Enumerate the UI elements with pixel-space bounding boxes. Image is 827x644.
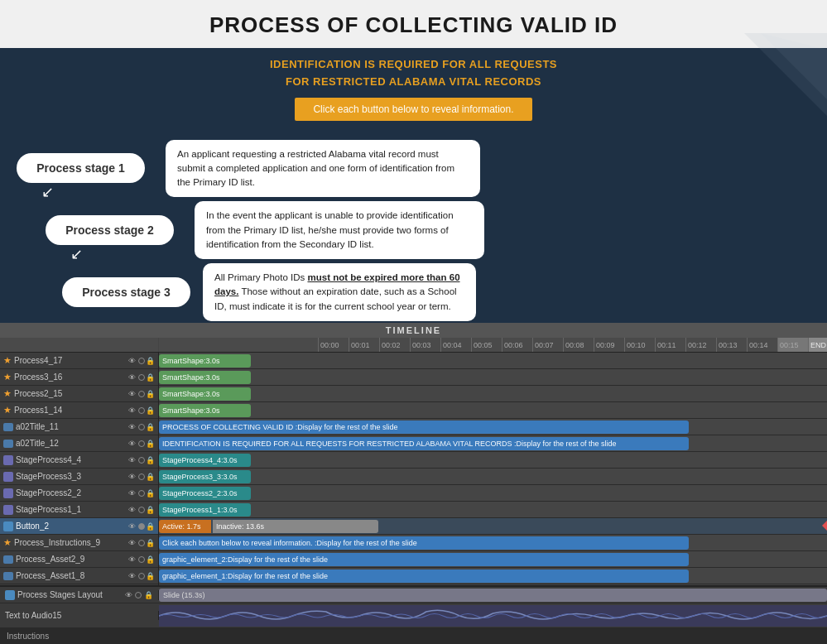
- slide-subtitle: IDENTIFICATION IS REQUIRED FOR ALL REQUE…: [17, 56, 810, 91]
- track-label: Process1_14: [14, 406, 127, 415]
- lock-icon[interactable]: 🔒: [146, 406, 155, 415]
- eye-icon[interactable]: 👁: [128, 390, 136, 398]
- track-Process_Instructions_9[interactable]: ★ Process_Instructions_9 👁 🔒: [0, 535, 158, 551]
- bar-StageProcess2_2[interactable]: StageProcess2_2:3.0s: [159, 487, 251, 500]
- eye-icon[interactable]: 👁: [128, 406, 136, 415]
- dot: [138, 440, 145, 447]
- bar-Process3_16[interactable]: SmartShape:3.0s: [159, 371, 251, 384]
- lock-icon[interactable]: 🔒: [146, 489, 155, 497]
- timeline-row-12: graphic_element_2:Display for the rest o…: [159, 551, 827, 568]
- dot: [138, 540, 145, 546]
- bar-Process4_17[interactable]: SmartShape:3.0s: [159, 354, 251, 368]
- bar-Button_2-active[interactable]: Active: 1.7s: [159, 520, 211, 533]
- ruler-00-03: 00:03: [410, 338, 440, 352]
- ruler-00-08: 00:08: [563, 338, 594, 352]
- eye-icon[interactable]: 👁: [128, 423, 136, 431]
- corner-decoration: [744, 33, 827, 116]
- instructions-label: Instructions: [7, 632, 49, 641]
- star-icon: ★: [3, 405, 12, 416]
- audio-track-label: Text to Audio15: [0, 611, 159, 620]
- lock-icon[interactable]: 🔒: [146, 456, 155, 464]
- eye-icon[interactable]: 👁: [128, 522, 136, 531]
- track-StageProcess2_2[interactable]: StageProcess2_2 👁 🔒: [0, 485, 158, 502]
- bar-StageProcess3_3[interactable]: StageProcess3_3:3.0s: [159, 470, 251, 483]
- bar-layout[interactable]: Slide (15.3s): [159, 589, 827, 602]
- dot: [138, 573, 145, 579]
- timeline-area: TIMELINE 00:00 00:01 00:02 00:03 00:04 0…: [0, 323, 827, 644]
- lock-icon-layout[interactable]: 🔒: [144, 591, 153, 599]
- dot: [138, 391, 145, 397]
- lock-icon[interactable]: 🔒: [146, 555, 155, 564]
- timeline-row-1: SmartShape:3.0s: [159, 369, 827, 386]
- ruler-00-12: 00:12: [685, 338, 716, 352]
- dot: [138, 424, 145, 430]
- track-Process_Asset1_8[interactable]: Process_Asset1_8 👁 🔒: [0, 568, 158, 584]
- red-diamond: [817, 521, 827, 531]
- eye-icon[interactable]: 👁: [128, 555, 136, 564]
- eye-icon-layout[interactable]: 👁: [125, 591, 132, 599]
- eye-icon[interactable]: 👁: [128, 357, 136, 365]
- track-timeline: SmartShape:3.0s SmartShape:3.0s SmartSha…: [159, 353, 827, 585]
- timeline-row-7: StageProcess3_3:3.0s: [159, 469, 827, 485]
- bar-Process_Asset2_9[interactable]: graphic_element_2:Display for the rest o…: [159, 553, 689, 566]
- track-audio: Text to Audio15: [0, 603, 827, 628]
- track-StageProcess3_3[interactable]: StageProcess3_3 👁 🔒: [0, 469, 158, 485]
- box-icon: [3, 488, 13, 498]
- lock-icon[interactable]: 🔒: [146, 373, 155, 382]
- reveal-button[interactable]: Click each button below to reveal inform…: [295, 98, 531, 121]
- track-label: a02Title_11: [16, 422, 127, 431]
- eye-icon[interactable]: 👁: [128, 506, 136, 514]
- eye-icon[interactable]: 👁: [128, 373, 136, 382]
- track-Process1_14[interactable]: ★ Process1_14 👁 🔒: [0, 402, 158, 419]
- lock-icon[interactable]: 🔒: [146, 506, 155, 514]
- dot: [138, 507, 145, 513]
- bar-StageProcess4_4[interactable]: StageProcess4_4:3.0s: [159, 454, 251, 467]
- stage-3-button[interactable]: Process stage 3: [62, 277, 190, 307]
- timeline-row-8: StageProcess2_2:3.0s: [159, 485, 827, 502]
- bar-a02Title_12[interactable]: IDENTIFICATION IS REQUIRED FOR ALL REQUE…: [159, 437, 689, 450]
- track-StageProcess4_4[interactable]: StageProcess4_4 👁 🔒: [0, 452, 158, 469]
- lock-icon[interactable]: 🔒: [146, 539, 155, 547]
- track-StageProcess1_1[interactable]: StageProcess1_1 👁 🔒: [0, 502, 158, 518]
- lock-icon[interactable]: 🔒: [146, 473, 155, 481]
- lock-icon[interactable]: 🔒: [146, 522, 155, 531]
- track-Process4_17[interactable]: ★ Process4_17 👁 🔒: [0, 353, 158, 369]
- lock-icon[interactable]: 🔒: [146, 390, 155, 398]
- bar-Process_Instructions_9[interactable]: Click each button below to reveal inform…: [159, 536, 689, 550]
- bar-StageProcess1_1[interactable]: StageProcess1_1:3.0s: [159, 503, 251, 517]
- track-Process3_16[interactable]: ★ Process3_16 👁 🔒: [0, 369, 158, 386]
- layout-track-label: Process Stages Layout 👁 🔒: [0, 590, 159, 600]
- lock-icon[interactable]: 🔒: [146, 440, 155, 448]
- bar-a02Title_11[interactable]: PROCESS OF COLLECTING VALID ID :Display …: [159, 421, 689, 434]
- track-Process2_15[interactable]: ★ Process2_15 👁 🔒: [0, 386, 158, 402]
- lock-icon[interactable]: 🔒: [146, 357, 155, 365]
- eye-icon[interactable]: 👁: [128, 572, 136, 580]
- timeline-row-6: StageProcess4_4:3.0s: [159, 452, 827, 469]
- dot-layout: [135, 592, 142, 598]
- bar-Process1_14[interactable]: SmartShape:3.0s: [159, 404, 251, 417]
- track-Process-Stages-Layout[interactable]: Process Stages Layout 👁 🔒 Slide (15.3s): [0, 587, 827, 603]
- eye-icon[interactable]: 👁: [128, 473, 136, 481]
- bar-Process2_15[interactable]: SmartShape:3.0s: [159, 387, 251, 401]
- track-a02Title_11[interactable]: a02Title_11 👁 🔒: [0, 419, 158, 435]
- ruler-00-11: 00:11: [655, 338, 685, 352]
- track-a02Title_12[interactable]: a02Title_12 👁 🔒: [0, 435, 158, 452]
- eye-icon[interactable]: 👁: [128, 539, 136, 547]
- track-Process_Asset2_9[interactable]: Process_Asset2_9 👁 🔒: [0, 551, 158, 568]
- track-ProcessStagesBackgroun[interactable]: ★ ProcessStagesBackgroun... 👁 🔒: [0, 584, 158, 585]
- stage-2-button[interactable]: Process stage 2: [46, 215, 174, 245]
- bar-Button_2-inactive[interactable]: Inactive: 13.6s: [213, 520, 378, 533]
- track-label: Process_Asset2_9: [16, 555, 127, 564]
- movie-icon: [3, 555, 13, 564]
- stage-1-button[interactable]: Process stage 1: [17, 153, 145, 183]
- track-label: Button_2: [16, 521, 127, 531]
- eye-icon[interactable]: 👁: [128, 440, 136, 448]
- track-Button_2[interactable]: Button_2 👁 🔒: [0, 518, 158, 535]
- lock-icon[interactable]: 🔒: [146, 423, 155, 431]
- dot: [138, 523, 145, 530]
- lock-icon[interactable]: 🔒: [146, 572, 155, 580]
- eye-icon[interactable]: 👁: [128, 489, 136, 497]
- bar-Process_Asset1_8[interactable]: graphic_element_1:Display for the rest o…: [159, 570, 689, 583]
- eye-icon[interactable]: 👁: [128, 456, 136, 464]
- track-label: StageProcess2_2: [16, 488, 127, 497]
